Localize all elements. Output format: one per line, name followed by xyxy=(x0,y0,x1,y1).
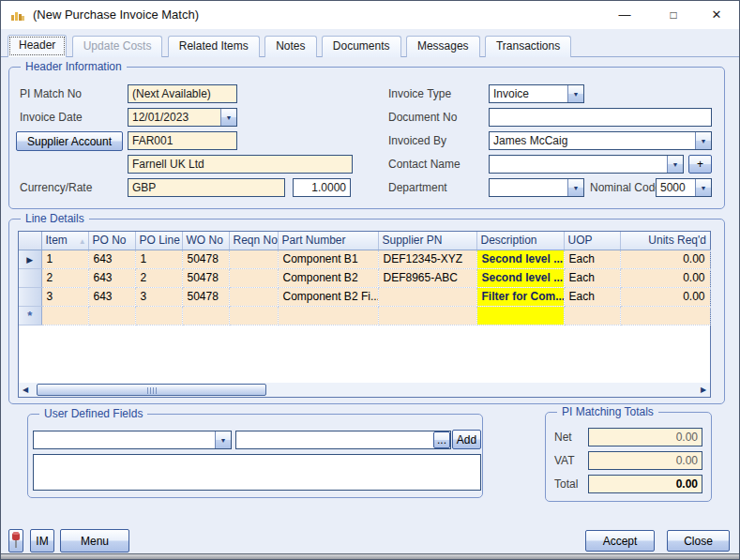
cell-uop[interactable]: Each xyxy=(564,250,620,268)
column-header-wo-no[interactable]: WO No xyxy=(182,232,229,250)
udf-browse-button[interactable]: ... xyxy=(433,431,450,448)
udf-add-button[interactable]: Add xyxy=(452,430,481,449)
cell-part-number[interactable] xyxy=(278,306,378,325)
maximize-icon[interactable]: □ xyxy=(656,1,691,29)
udf-select-value[interactable] xyxy=(34,431,215,448)
pi-match-no-field[interactable]: (Next Available) xyxy=(128,84,237,103)
invoiced-by-value[interactable]: James McCaig xyxy=(490,132,695,149)
column-header-po-no[interactable]: PO No xyxy=(88,232,135,250)
cell-item[interactable] xyxy=(41,306,88,325)
table-row[interactable]: 2 643 2 50478 Component B2 DEF8965-ABC S… xyxy=(19,268,710,287)
scrollbar-thumb[interactable] xyxy=(37,384,266,396)
invoice-type-value[interactable]: Invoice xyxy=(490,85,567,102)
invoice-type-combo[interactable]: Invoice ▼ xyxy=(489,84,584,103)
cell-item[interactable]: 1 xyxy=(41,250,88,268)
udf-select-combo[interactable]: ▼ xyxy=(33,431,232,449)
horizontal-scrollbar[interactable]: ◀ ▶ xyxy=(19,383,710,397)
cell-supplier-pn[interactable]: DEF8965-ABC xyxy=(378,268,476,287)
invoice-date-dropdown-button[interactable]: ▼ xyxy=(220,109,236,126)
column-header-supplier-pn[interactable]: Supplier PN xyxy=(378,232,476,250)
cell-supplier-pn[interactable]: DEF12345-XYZ xyxy=(378,250,476,268)
cell-reqn-no[interactable] xyxy=(229,306,278,325)
cell-units-reqd[interactable]: 0.00 xyxy=(620,250,710,268)
invoice-type-dropdown-button[interactable]: ▼ xyxy=(567,85,583,102)
cell-description[interactable]: Second level ... xyxy=(476,250,564,268)
cell-part-number[interactable]: Component B2 xyxy=(278,268,378,287)
tab-documents[interactable]: Documents xyxy=(322,36,401,57)
department-combo[interactable]: ▼ xyxy=(489,178,584,197)
department-value[interactable] xyxy=(490,179,567,196)
column-header-reqn-no[interactable]: Reqn No xyxy=(229,232,278,250)
cell-uop[interactable]: Each xyxy=(564,268,620,287)
cell-reqn-no[interactable] xyxy=(229,287,278,306)
column-header-item[interactable]: Item▲ xyxy=(41,232,88,250)
tab-transactions[interactable]: Transactions xyxy=(485,36,571,57)
cell-wo-no[interactable] xyxy=(182,306,229,325)
cell-part-number[interactable]: Component B1 xyxy=(278,250,378,268)
column-header-uop[interactable]: UOP xyxy=(564,232,620,250)
cell-po-no[interactable] xyxy=(88,306,135,325)
row-selector-header[interactable] xyxy=(19,232,41,250)
cell-po-no[interactable]: 643 xyxy=(88,268,135,287)
tab-header[interactable]: Header xyxy=(8,35,67,57)
cell-reqn-no[interactable] xyxy=(229,268,278,287)
menu-button[interactable]: Menu xyxy=(60,529,129,552)
pin-button[interactable] xyxy=(8,529,23,552)
tab-messages[interactable]: Messages xyxy=(406,36,480,57)
cell-units-reqd[interactable]: 0.00 xyxy=(620,268,710,287)
udf-value-field[interactable] xyxy=(235,431,451,449)
table-row[interactable]: 3 643 3 50478 Component B2 Fi... Filter … xyxy=(19,287,710,306)
cell-supplier-pn[interactable] xyxy=(378,306,476,325)
exchange-rate-field[interactable]: 1.0000 xyxy=(293,178,351,197)
row-selector[interactable] xyxy=(19,287,41,306)
cell-description[interactable] xyxy=(476,306,564,325)
cell-po-line[interactable]: 3 xyxy=(135,287,182,306)
contact-name-dropdown-button[interactable]: ▼ xyxy=(667,156,683,173)
nominal-code-value[interactable]: 5000 xyxy=(657,179,695,196)
cell-po-line[interactable] xyxy=(135,306,182,325)
column-header-units-reqd[interactable]: Units Req'd xyxy=(620,232,710,250)
close-icon[interactable]: ✕ xyxy=(699,1,734,29)
supplier-account-code-field[interactable]: FAR001 xyxy=(128,131,237,150)
scroll-left-icon[interactable]: ◀ xyxy=(19,383,32,397)
invoiced-by-dropdown-button[interactable]: ▼ xyxy=(695,132,711,149)
current-row-indicator[interactable]: ▶ xyxy=(19,250,41,268)
column-header-description[interactable]: Description xyxy=(476,232,564,250)
cell-wo-no[interactable]: 50478 xyxy=(182,287,229,306)
im-button[interactable]: IM xyxy=(30,529,54,552)
cell-supplier-pn[interactable] xyxy=(378,287,476,306)
cell-description[interactable]: Filter for Com... xyxy=(476,287,564,306)
cell-units-reqd[interactable] xyxy=(620,306,710,325)
close-button[interactable]: Close xyxy=(667,530,730,552)
cell-units-reqd[interactable]: 0.00 xyxy=(620,287,710,306)
column-header-part-number[interactable]: Part Number xyxy=(278,232,378,250)
contact-name-value[interactable] xyxy=(490,156,667,173)
cell-po-no[interactable]: 643 xyxy=(88,287,135,306)
supplier-account-button[interactable]: Supplier Account xyxy=(16,131,123,151)
cell-po-line[interactable]: 1 xyxy=(135,250,182,268)
udf-list-area[interactable] xyxy=(33,454,481,491)
cell-uop[interactable]: Each xyxy=(564,287,620,306)
invoiced-by-combo[interactable]: James McCaig ▼ xyxy=(489,131,712,150)
cell-description[interactable]: Second level ... xyxy=(476,268,564,287)
cell-part-number[interactable]: Component B2 Fi... xyxy=(278,287,378,306)
document-no-field[interactable] xyxy=(489,108,712,127)
udf-dropdown-button[interactable]: ▼ xyxy=(215,431,231,448)
cell-uop[interactable] xyxy=(564,306,620,325)
accept-button[interactable]: Accept xyxy=(585,530,655,552)
contact-name-combo[interactable]: ▼ xyxy=(489,155,684,174)
nominal-code-combo[interactable]: 5000 ▼ xyxy=(656,178,712,197)
tab-notes[interactable]: Notes xyxy=(264,36,316,57)
new-row-indicator[interactable]: * xyxy=(19,306,41,325)
tab-related-items[interactable]: Related Items xyxy=(168,36,260,57)
add-contact-button[interactable]: + xyxy=(688,155,712,174)
nominal-code-dropdown-button[interactable]: ▼ xyxy=(695,179,711,196)
cell-item[interactable]: 2 xyxy=(41,268,88,287)
new-row[interactable]: * xyxy=(19,306,710,325)
cell-reqn-no[interactable] xyxy=(229,250,278,268)
table-row[interactable]: ▶ 1 643 1 50478 Component B1 DEF12345-XY… xyxy=(19,250,710,268)
minimize-icon[interactable]: — xyxy=(607,1,642,29)
scroll-right-icon[interactable]: ▶ xyxy=(697,383,710,397)
cell-po-no[interactable]: 643 xyxy=(88,250,135,268)
invoice-date-picker[interactable]: 12/01/2023 ▼ xyxy=(128,108,237,127)
